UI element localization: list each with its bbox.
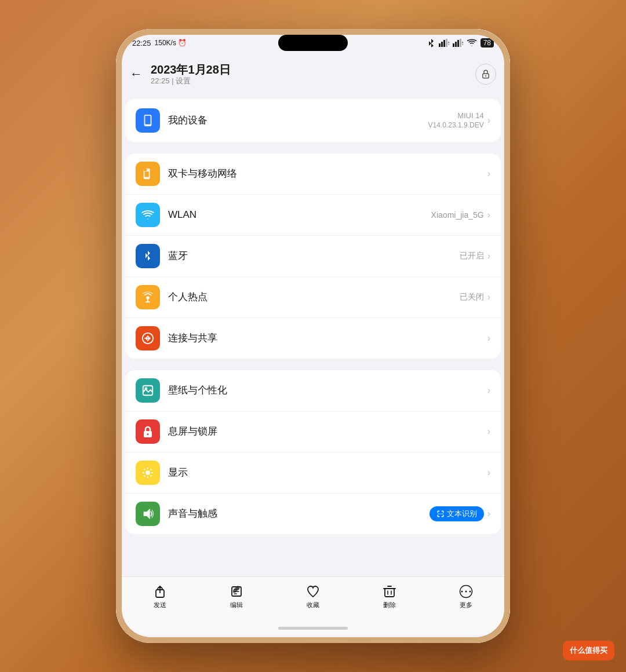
personalization-section: 壁纸与个性化 › 息屏与锁屏 › [116,370,510,534]
svg-point-43 [465,590,467,592]
wlan-icon [136,203,160,227]
sound-settings-icon [141,507,154,520]
bluetooth-value: 已开启 [460,251,484,261]
share-icon [153,585,167,598]
text-recognition-badge: 文本识别 [430,506,484,521]
delete-button[interactable]: 删除 [372,585,407,609]
svg-point-25 [147,433,149,435]
lockscreen-icon [136,419,160,444]
lockscreen-arrow: › [487,426,490,437]
personalization-card: 壁纸与个性化 › 息屏与锁屏 › [125,370,501,534]
connect-item[interactable]: 连接与共享 › [125,318,501,359]
device-version: MIUI 14 V14.0.23.1.9.DEV [428,111,484,129]
svg-text:5G: 5G [448,41,449,46]
display-icon-bg [136,461,160,485]
lock-settings-icon [142,425,154,438]
header-lock-button[interactable] [475,64,496,85]
lock-icon [481,69,491,79]
sound-arrow: › [487,509,490,519]
sim-arrow: › [487,169,490,179]
signal1-icon: 5G [439,39,449,47]
svg-marker-35 [144,509,150,519]
display-item[interactable]: 显示 › [125,452,501,494]
wallpaper-arrow: › [487,385,490,396]
header-date: 2023年1月28日 [151,63,231,76]
svg-point-18 [146,296,150,300]
device-label: 我的设备 [168,114,428,127]
edit-button[interactable]: 编辑 [219,585,254,609]
favorite-button[interactable]: 收藏 [296,585,330,609]
wlan-label: WLAN [168,209,431,221]
status-speed: 150K/s ⏰ [155,39,187,47]
sound-item[interactable]: 声音与触感 文本识别 › [125,494,501,534]
more-label: 更多 [460,601,472,609]
battery-indicator: 78 [481,38,494,48]
display-label: 显示 [168,466,487,479]
svg-rect-0 [439,43,441,47]
display-arrow: › [487,468,490,478]
back-button[interactable]: ← [130,67,143,82]
my-device-item[interactable]: 我的设备 MIUI 14 V14.0.23.1.9.DEV › [125,99,501,142]
svg-point-14 [147,125,148,126]
lockscreen-item[interactable]: 息屏与锁屏 › [125,411,501,452]
status-right: 5G 5G 78 [427,38,494,48]
svg-rect-17 [144,169,147,171]
signal2-icon: 5G [453,39,463,47]
svg-rect-1 [441,42,443,47]
hotspot-label: 个人热点 [168,290,460,304]
connect-arrow: › [487,333,490,344]
wlan-arrow: › [487,210,490,220]
sim-item[interactable]: 双卡与移动网络 › [125,154,501,195]
device-arrow: › [487,115,490,126]
sim-card-icon [141,167,154,180]
svg-rect-13 [145,116,150,125]
device-icon [136,108,160,133]
phone-frame: 22:25 150K/s ⏰ 5G [116,29,510,643]
wlan-value: Xiaomi_jia_5G [431,210,484,220]
bluetooth-item[interactable]: 蓝牙 已开启 › [125,236,501,277]
hotspot-icon [136,285,160,309]
bottom-toolbar: 发送 编辑 收藏 [116,576,510,623]
header-title-group: 2023年1月28日 22:25 | 设置 [151,63,231,86]
favorite-label: 收藏 [307,601,319,609]
delete-label: 删除 [383,601,396,609]
network-card: 双卡与移动网络 › WLAN [125,154,501,359]
home-bar [278,627,348,630]
svg-line-32 [151,475,152,476]
svg-point-42 [461,590,463,592]
wifi-settings-icon [141,209,154,221]
svg-line-34 [151,469,152,470]
wifi-icon [467,39,477,47]
svg-point-44 [470,590,471,592]
hotspot-value: 已关闭 [460,292,484,302]
bluetooth-label: 蓝牙 [168,249,460,262]
svg-line-31 [144,469,145,470]
wallpaper-item[interactable]: 壁纸与个性化 › [125,370,501,411]
svg-line-33 [144,475,145,476]
connect-label: 连接与共享 [168,331,487,345]
scan-icon [436,510,445,518]
share-button[interactable]: 发送 [143,585,177,609]
hotspot-settings-icon [141,291,154,304]
bluetooth-settings-icon [143,250,153,262]
sound-label: 声音与触感 [168,507,425,520]
wallpaper-settings-icon [141,384,154,397]
header-left: ← 2023年1月28日 22:25 | 设置 [130,63,231,86]
watermark: 什么值得买 [563,641,614,660]
heart-icon [306,585,320,598]
svg-rect-16 [145,171,149,177]
wlan-item[interactable]: WLAN Xiaomi_jia_5G › [125,195,501,236]
sim-icon [136,162,160,186]
share-label: 发送 [154,601,166,609]
more-button[interactable]: 更多 [449,585,483,609]
hotspot-item[interactable]: 个人热点 已关闭 › [125,277,501,318]
svg-point-11 [485,75,486,76]
svg-rect-7 [457,40,459,47]
connect-settings-icon [141,332,154,345]
svg-rect-8 [460,39,461,47]
sound-icon-bg [136,502,160,526]
svg-text:5G: 5G [462,41,463,46]
header: ← 2023年1月28日 22:25 | 设置 [116,57,510,94]
home-indicator [116,623,510,634]
display-settings-icon [141,466,154,479]
